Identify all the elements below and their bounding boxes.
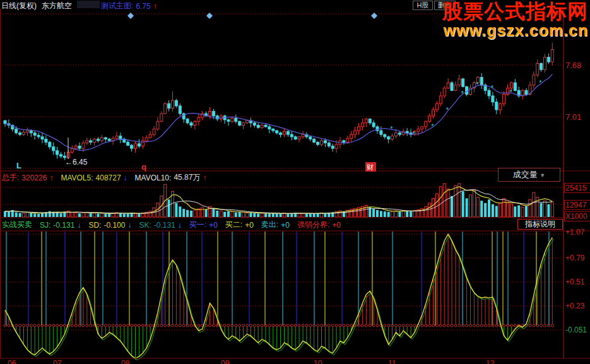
volume-total-label: 总手: [2,172,19,183]
sd-label: SD: [88,221,101,230]
volume-total-value: 320226 [21,173,47,182]
volume-axis-label: X1000 [564,211,590,221]
buy2-label: 买二: [225,220,242,230]
x-axis-month-label: 08 [121,360,129,364]
down-arrow-icon: ↓ [77,221,81,230]
highlight-box [77,1,100,8]
watermark-site-name: 股票公式指标网 [442,1,588,22]
indicator-chart-canvas[interactable] [3,231,563,358]
buy1-value: +0 [209,221,218,230]
x-axis-month-label: 09 [221,360,229,364]
main-indicator-value: 6.75 [136,2,150,11]
up-arrow-icon: ↑ [153,2,157,11]
period-label: 日线(复权) [1,1,37,11]
sd-value: -0.100 [103,221,125,230]
sk-label: SK: [139,221,151,230]
watermark-site-url: www.gszx.com.cn [442,22,588,38]
sj-value: -0.131 [53,221,74,230]
indicator-help-button[interactable]: 指标说明 [517,219,563,230]
stock-app-window: **********←6.45Lq财 日线(复权) 东方航空 测试主图: 6.7… [0,0,590,364]
x-axis-month-label: 12 [486,360,494,364]
indicator-axis-label: +0.51 [565,278,584,286]
buy1-label: 买一: [189,220,206,230]
indicator-axis-label: +1.07 [565,228,584,237]
x-axis-month-label: 07 [53,360,61,364]
boundary-value: +0 [332,221,341,230]
price-axis-label: 7.01 [565,112,581,122]
x-axis-month-label: 10 [314,360,322,364]
mavol10-value: 45.87万 [174,172,200,183]
indicator-axis-label: +0.23 [565,302,584,310]
sk-value: -0.131 [154,221,175,230]
mavol5-value: 408727 [96,173,121,182]
indicator-axis-label: -0.051 [565,326,587,334]
volume-axis-label: 12947 [564,200,590,210]
hshare-button[interactable]: H股 [413,1,433,10]
dropdown-arrow-icon: ▼ [540,172,545,179]
indicator-header: 实战买卖 SJ: -0.131 ↓ SD: -0.100 ↓ SK: -0.13… [2,220,343,230]
down-arrow-icon: ↓ [127,221,131,230]
up-arrow-icon: ↑ [203,173,206,182]
indicator-axis-label: +0.79 [565,254,584,262]
watermark: 股票公式指标网 www.gszx.com.cn [442,1,588,38]
down-arrow-icon: ↓ [124,173,127,182]
sj-label: SJ: [40,221,50,230]
indicator-name[interactable]: 实战买卖 [2,220,32,230]
volume-chart-canvas[interactable] [3,183,563,218]
sell-label: 卖出: [261,220,278,230]
stock-name[interactable]: 东方航空 [42,1,72,11]
volume-header: 总手: 320226 ↑ MAVOL5: 408727 ↓ MAVOL10: 4… [2,172,209,183]
volume-axis-label: 25415 [564,183,590,193]
x-axis-month-label: 06 [8,360,16,364]
up-arrow-icon: ↑ [49,173,53,182]
mavol5-label: MAVOL5: [61,173,93,182]
volume-type-dropdown[interactable]: 成交量 ▼ [498,168,560,182]
boundary-label: 强弱分界: [297,220,329,230]
main-indicator-label: 测试主图: [101,1,133,11]
x-axis-month-label: 11 [388,360,396,364]
mavol10-label: MAVOL10: [135,173,172,182]
down-arrow-icon: ↓ [178,221,182,230]
price-axis-label: 7.68 [565,61,581,70]
buy2-value: +0 [245,221,254,230]
sell-value: +0 [281,221,290,230]
volume-type-label: 成交量 [513,170,538,179]
